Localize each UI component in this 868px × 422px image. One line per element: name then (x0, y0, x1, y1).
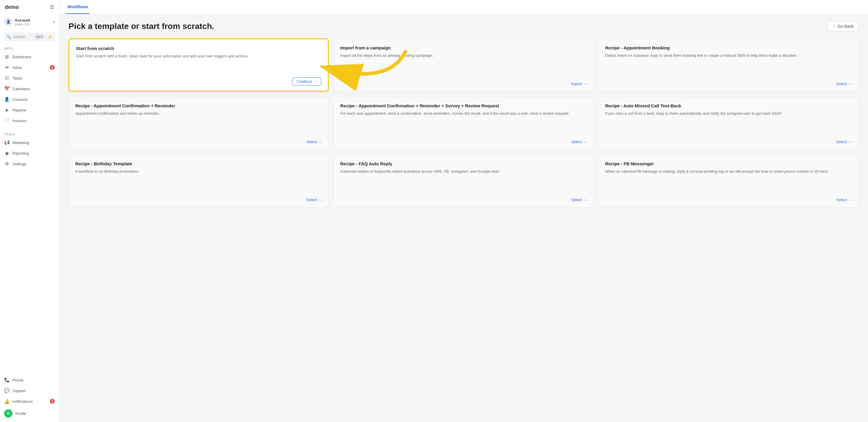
menu-icon[interactable]: ☰ (50, 4, 54, 10)
card-desc-recipe-appointment-confirmation-reminder-survey: For each new appointment, send a confirm… (340, 111, 587, 135)
card-action-recipe-appointment-confirmation-reminder-survey: Select → (340, 140, 587, 144)
template-card-recipe-birthday-template[interactable]: Recipe - Birthday Template A workflow to… (68, 154, 329, 207)
account-switcher[interactable]: 👤 Account Irvine, CA ▾ (0, 15, 59, 29)
divider (0, 128, 59, 128)
settings-icon: ⚙ (4, 161, 9, 167)
page-header: Pick a template or start from scratch. ←… (68, 21, 859, 31)
card-action-recipe-birthday-template: Select → (75, 198, 322, 202)
template-card-recipe-auto-missed-call[interactable]: Recipe - Auto Missed Call Text-Back If y… (598, 96, 859, 150)
sidebar-label-inbox: Inbox (12, 65, 22, 70)
sidebar-item-reporting[interactable]: ◉ Reporting (0, 148, 59, 159)
bottom-label-profile: Profile (16, 411, 26, 416)
account-name: Account (15, 18, 51, 23)
bottom-label-phone: Phone (12, 378, 24, 383)
template-grid: Start from scratch Start from scratch wi… (68, 38, 859, 207)
chevron-down-icon: ▾ (53, 20, 55, 24)
continue-button[interactable]: Continue → (292, 78, 321, 85)
card-desc-start-from-scratch: Start from scratch with a fresh, clean s… (76, 53, 321, 73)
bottom-label-notifications: notifications (12, 399, 33, 404)
sidebar-bottom-profile[interactable]: GProfile (0, 406, 59, 420)
card-action-recipe-faq-auto-reply: Select → (340, 198, 587, 202)
select-link-recipe-fb-messenger[interactable]: Select → (836, 198, 852, 202)
sidebar-label-invoices: Invoices (12, 119, 27, 123)
sidebar-logo: demo ☰ (0, 0, 59, 15)
sidebar-bottom-notifications[interactable]: 🔔 notifications 5 (0, 396, 59, 406)
sidebar: demo ☰ 👤 Account Irvine, CA ▾ 🔍 Search c… (0, 0, 59, 422)
card-desc-recipe-appointment-booking: Detect intent on customer reply to send … (605, 53, 852, 77)
card-desc-recipe-appointment-confirmation-reminder: Appointment confirmation and follow up r… (75, 111, 322, 135)
marketing-icon: 📢 (4, 140, 9, 145)
template-card-recipe-faq-auto-reply[interactable]: Recipe - FAQ Auto Reply Automate replies… (334, 154, 594, 207)
contacts-icon: 👤 (4, 97, 9, 102)
template-card-recipe-appointment-confirmation-reminder-survey[interactable]: Recipe - Appointment Confirmation + Remi… (334, 96, 594, 150)
card-desc-recipe-fb-messenger: When an inbound FB message is waiting, r… (605, 169, 852, 193)
template-card-recipe-fb-messenger[interactable]: Recipe - FB Messenger When an inbound FB… (598, 154, 859, 207)
card-action-import-from-campaign: Import → (340, 82, 587, 86)
content-area: Pick a template or start from scratch. ←… (59, 14, 868, 422)
select-link-recipe-auto-missed-call[interactable]: Select → (836, 140, 852, 144)
sidebar-label-contacts: Contacts (12, 97, 28, 102)
card-title-recipe-auto-missed-call: Recipe - Auto Missed Call Text-Back (605, 103, 852, 108)
card-title-recipe-fb-messenger: Recipe - FB Messenger (605, 161, 852, 166)
search-shortcut: ctrl K (35, 35, 44, 39)
top-nav: Workflows (59, 0, 868, 14)
sidebar-label-marketing: Marketing (12, 140, 29, 145)
template-card-start-from-scratch[interactable]: Start from scratch Start from scratch wi… (68, 38, 329, 92)
select-link-recipe-appointment-booking[interactable]: Select → (836, 82, 852, 86)
select-link-recipe-faq-auto-reply[interactable]: Select → (571, 198, 587, 202)
support-icon: 💬 (4, 388, 9, 393)
card-desc-recipe-birthday-template: A workflow to do Birthday promotions (75, 169, 322, 193)
sidebar-item-pipeline[interactable]: ◈ Pipeline (0, 105, 59, 115)
template-card-recipe-appointment-booking[interactable]: Recipe - Appointment Booking Detect inte… (598, 38, 859, 92)
sidebar-item-tasks[interactable]: ☑ Tasks (0, 73, 59, 83)
sidebar-label-settings: Settings (12, 162, 26, 166)
sidebar-bottom: 📞 Phone 💬 Support 🔔 notifications 5 GPro… (0, 373, 59, 422)
card-action-recipe-fb-messenger: Select → (605, 198, 852, 202)
card-title-recipe-appointment-confirmation-reminder: Recipe - Appointment Confirmation + Remi… (75, 103, 322, 108)
select-link-recipe-appointment-confirmation-reminder-survey[interactable]: Select → (571, 140, 587, 144)
template-card-import-from-campaign[interactable]: Import from a campaign Import all the st… (334, 38, 594, 92)
calendars-icon: 📅 (4, 86, 9, 91)
card-action-recipe-appointment-booking: Select → (605, 82, 852, 86)
card-desc-recipe-auto-missed-call: If you miss a call from a lead, reply to… (605, 111, 852, 135)
sidebar-bottom-support[interactable]: 💬 Support (0, 385, 59, 396)
sidebar-item-dashboard[interactable]: ⊞ Dashboard (0, 52, 59, 62)
select-link-import-from-campaign[interactable]: Import → (571, 82, 587, 86)
search-bar[interactable]: 🔍 Search ctrl K ⚡ (4, 32, 55, 41)
select-link-recipe-birthday-template[interactable]: Select → (306, 198, 322, 202)
phone-icon: 📞 (4, 377, 9, 383)
pipeline-icon: ◈ (4, 107, 9, 113)
sidebar-label-pipeline: Pipeline (12, 108, 26, 112)
sidebar-item-inbox[interactable]: ✉ Inbox 1 (0, 62, 59, 73)
sidebar-label-reporting: Reporting (12, 151, 29, 156)
card-desc-recipe-faq-auto-reply: Automate replies to frequently asked que… (340, 169, 587, 193)
tab-workflows[interactable]: Workflows (66, 0, 90, 14)
sidebar-item-contacts[interactable]: 👤 Contacts (0, 94, 59, 105)
card-title-import-from-campaign: Import from a campaign (340, 45, 587, 50)
bottom-nav: 📞 Phone 💬 Support 🔔 notifications 5 GPro… (0, 375, 59, 420)
template-card-recipe-appointment-confirmation-reminder[interactable]: Recipe - Appointment Confirmation + Remi… (68, 96, 329, 150)
apps-section-label: Apps (0, 44, 59, 52)
profile-avatar: G (4, 409, 12, 418)
main-content: Workflows Pick a template or start from … (59, 0, 868, 422)
search-icon: 🔍 (6, 35, 11, 39)
inbox-icon: ✉ (4, 65, 9, 70)
apps-nav: ⊞ Dashboard ✉ Inbox 1 ☑ Tasks 📅 Calendar… (0, 52, 59, 126)
bolt-icon: ⚡ (47, 34, 52, 39)
sidebar-item-calendars[interactable]: 📅 Calendars (0, 83, 59, 94)
card-action-recipe-appointment-confirmation-reminder: Select → (75, 140, 322, 144)
sidebar-bottom-phone[interactable]: 📞 Phone (0, 375, 59, 385)
badge-notifications: 5 (50, 399, 55, 404)
back-button[interactable]: ← Go Back (827, 21, 859, 31)
tasks-icon: ☑ (4, 76, 9, 81)
tools-nav: 📢 Marketing ◉ Reporting ⚙ Settings (0, 137, 59, 169)
sidebar-item-invoices[interactable]: 📄 Invoices (0, 115, 59, 126)
sidebar-label-calendars: Calendars (12, 87, 30, 91)
invoices-icon: 📄 (4, 118, 9, 123)
sidebar-item-marketing[interactable]: 📢 Marketing (0, 137, 59, 148)
card-action-start-from-scratch: Continue → (76, 78, 321, 85)
sidebar-item-settings[interactable]: ⚙ Settings (0, 159, 59, 169)
select-link-recipe-appointment-confirmation-reminder[interactable]: Select → (306, 140, 322, 144)
avatar: 👤 (4, 18, 12, 26)
card-title-recipe-appointment-confirmation-reminder-survey: Recipe - Appointment Confirmation + Remi… (340, 103, 587, 108)
